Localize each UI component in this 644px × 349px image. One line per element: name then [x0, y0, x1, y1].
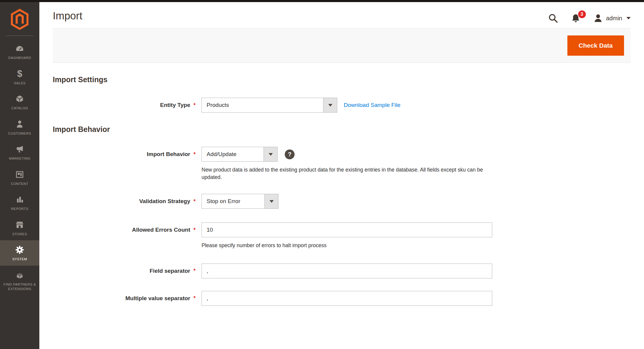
system-gear-icon	[15, 245, 25, 255]
sidebar-item-catalog[interactable]: CATALOG	[0, 89, 39, 115]
notification-count-badge: 3	[578, 10, 586, 19]
allowed-errors-note-row: Please specify number of errors to halt …	[53, 242, 631, 249]
sales-dollar-icon: $	[15, 69, 25, 79]
marketing-megaphone-icon	[15, 144, 25, 154]
required-asterisk: *	[193, 198, 196, 205]
sidebar-item-label: FIND PARTNERS & EXTENSIONS	[1, 282, 38, 292]
sidebar-item-system[interactable]: SYSTEM	[0, 240, 39, 266]
required-asterisk: *	[193, 227, 196, 233]
download-sample-file-link[interactable]: Download Sample File	[344, 102, 400, 108]
field-separator-label: Field separator *	[53, 268, 196, 274]
field-separator-row: Field separator *	[53, 264, 631, 278]
sidebar-item-marketing[interactable]: MARKETING	[0, 140, 39, 165]
search-icon[interactable]	[548, 13, 558, 24]
magento-logo-icon	[10, 9, 29, 30]
import-behavior-row: Import Behavior * Add/Update ?	[53, 147, 631, 162]
sidebar-item-sales[interactable]: $ SALES	[0, 64, 39, 90]
admin-username: admin	[606, 15, 622, 22]
import-behavior-select[interactable]: Add/Update	[202, 147, 278, 162]
sidebar-item-find-partners-extensions[interactable]: FIND PARTNERS & EXTENSIONS	[0, 266, 39, 295]
validation-strategy-select[interactable]: Stop on Error	[202, 194, 278, 209]
required-asterisk: *	[193, 295, 196, 301]
admin-sidebar: DASHBOARD $ SALES CATALOG	[0, 0, 39, 349]
admin-user-menu[interactable]: admin	[593, 13, 631, 23]
reports-chart-icon	[15, 194, 25, 205]
entity-type-row: Entity Type * Products Download Sample F…	[53, 98, 631, 113]
sidebar-item-label: SALES	[14, 81, 25, 86]
entity-type-select[interactable]: Products	[202, 98, 337, 113]
help-question-icon[interactable]: ?	[285, 149, 295, 159]
chevron-down-icon	[626, 17, 631, 19]
sidebar-item-label: CATALOG	[11, 106, 28, 111]
entity-type-selected-value: Products	[202, 98, 323, 112]
sidebar-item-content[interactable]: CONTENT	[0, 165, 39, 190]
validation-strategy-label: Validation Strategy *	[53, 198, 196, 205]
page-header: Import 3	[53, 2, 631, 24]
header-actions: 3 admin	[548, 13, 631, 24]
chevron-down-icon	[328, 104, 332, 107]
sidebar-item-customers[interactable]: CUSTOMERS	[0, 115, 39, 140]
page-actions-bar: Check Data	[53, 28, 631, 63]
user-avatar-icon	[593, 13, 603, 23]
sidebar-item-label: DASHBOARD	[8, 56, 31, 60]
multiple-value-separator-label: Multiple value separator *	[53, 295, 196, 302]
sidebar-item-label: CUSTOMERS	[8, 131, 31, 136]
chevron-down-icon	[269, 153, 273, 156]
window-top-bar	[0, 0, 644, 2]
validation-strategy-selected-value: Stop on Error	[202, 194, 264, 208]
stores-shop-icon	[15, 220, 25, 230]
sidebar-item-label: REPORTS	[11, 207, 28, 211]
notifications-bell-icon[interactable]: 3	[570, 13, 581, 24]
multiple-value-separator-input[interactable]	[202, 291, 492, 306]
multiple-value-separator-row: Multiple value separator *	[53, 291, 631, 306]
select-arrow-button[interactable]	[264, 147, 277, 161]
sidebar-item-label: MARKETING	[9, 156, 30, 161]
customers-person-icon	[15, 119, 25, 129]
import-behavior-label: Import Behavior *	[53, 151, 196, 158]
allowed-errors-note: Please specify number of errors to halt …	[202, 242, 326, 249]
import-behavior-heading: Import Behavior	[53, 125, 631, 134]
main-content: Import 3	[39, 2, 644, 306]
required-asterisk: *	[193, 102, 196, 108]
entity-type-label: Entity Type *	[53, 102, 196, 108]
import-settings-heading: Import Settings	[53, 75, 631, 84]
field-separator-input[interactable]	[202, 264, 492, 278]
required-asterisk: *	[193, 268, 196, 274]
import-behavior-note-row: New product data is added to the existin…	[53, 166, 631, 181]
page-title: Import	[53, 10, 82, 22]
sidebar-divider	[6, 35, 33, 36]
select-arrow-button[interactable]	[264, 194, 278, 208]
check-data-button[interactable]: Check Data	[567, 35, 624, 56]
allowed-errors-count-input[interactable]	[202, 222, 492, 237]
allowed-errors-count-label: Allowed Errors Count *	[53, 227, 196, 233]
sidebar-item-stores[interactable]: STORES	[0, 215, 39, 241]
content-layout-icon	[15, 169, 25, 180]
sidebar-item-label: STORES	[12, 232, 27, 237]
chevron-down-icon	[270, 200, 274, 203]
sidebar-item-reports[interactable]: REPORTS	[0, 190, 39, 215]
sidebar-item-label: CONTENT	[11, 182, 28, 186]
dashboard-gauge-icon	[15, 43, 25, 54]
import-behavior-selected-value: Add/Update	[202, 147, 264, 161]
sidebar-item-dashboard[interactable]: DASHBOARD	[0, 39, 39, 64]
magento-logo[interactable]	[0, 2, 39, 30]
extensions-brick-icon	[15, 270, 25, 280]
sidebar-item-label: SYSTEM	[12, 257, 27, 262]
import-behavior-note: New product data is added to the existin…	[202, 166, 492, 181]
validation-strategy-row: Validation Strategy * Stop on Error	[53, 194, 631, 209]
catalog-box-icon	[15, 94, 25, 104]
required-asterisk: *	[193, 151, 196, 158]
allowed-errors-count-row: Allowed Errors Count *	[53, 222, 631, 237]
select-arrow-button[interactable]	[323, 98, 337, 112]
